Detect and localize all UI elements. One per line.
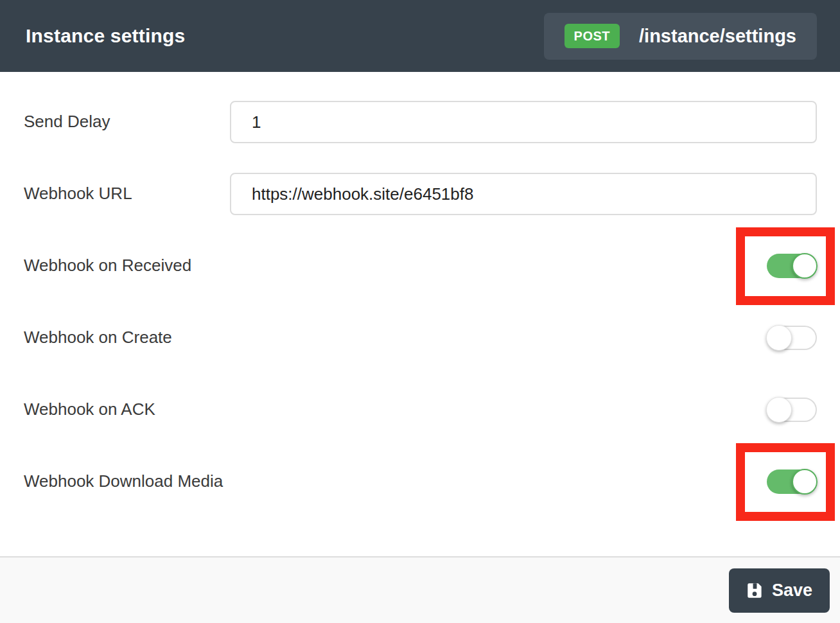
webhook-download-media-toggle[interactable] xyxy=(767,469,817,494)
webhook-on-received-toggle[interactable] xyxy=(767,254,817,278)
form-row-webhook-on-create: Webhook on Create xyxy=(24,302,817,374)
form-row-webhook-on-received: Webhook on Received xyxy=(24,230,817,302)
send-delay-input[interactable] xyxy=(230,101,817,143)
toggle-knob xyxy=(766,325,792,351)
floppy-disk-icon xyxy=(746,582,764,599)
toggle-knob xyxy=(792,253,818,279)
webhook-on-received-label: Webhook on Received xyxy=(24,256,230,276)
instance-settings-panel: Instance settings POST /instance/setting… xyxy=(0,0,840,623)
webhook-on-ack-toggle[interactable] xyxy=(767,398,817,422)
save-button[interactable]: Save xyxy=(729,568,830,613)
endpoint-box: POST /instance/settings xyxy=(544,13,817,60)
endpoint-path: /instance/settings xyxy=(639,26,796,47)
form-row-webhook-url: Webhook URL xyxy=(24,158,817,230)
save-button-label: Save xyxy=(772,581,812,601)
webhook-url-input[interactable] xyxy=(230,173,817,215)
panel-header: Instance settings POST /instance/setting… xyxy=(0,0,840,72)
form-row-webhook-download-media: Webhook Download Media xyxy=(24,446,817,518)
webhook-url-label: Webhook URL xyxy=(24,184,230,204)
toggle-knob xyxy=(766,397,792,423)
form-rows: Send DelayWebhook URLWebhook on Received… xyxy=(0,72,840,556)
form-row-send-delay: Send Delay xyxy=(24,86,817,158)
toggle-knob xyxy=(792,469,818,495)
webhook-on-create-label: Webhook on Create xyxy=(24,328,230,347)
http-method-badge: POST xyxy=(564,24,620,48)
send-delay-label: Send Delay xyxy=(24,112,230,132)
page-title: Instance settings xyxy=(26,25,185,47)
webhook-on-create-toggle[interactable] xyxy=(767,326,817,350)
webhook-on-ack-label: Webhook on ACK xyxy=(24,399,230,419)
panel-footer: Save xyxy=(0,556,840,623)
form-row-webhook-on-ack: Webhook on ACK xyxy=(24,374,817,446)
webhook-download-media-label: Webhook Download Media xyxy=(24,471,230,491)
